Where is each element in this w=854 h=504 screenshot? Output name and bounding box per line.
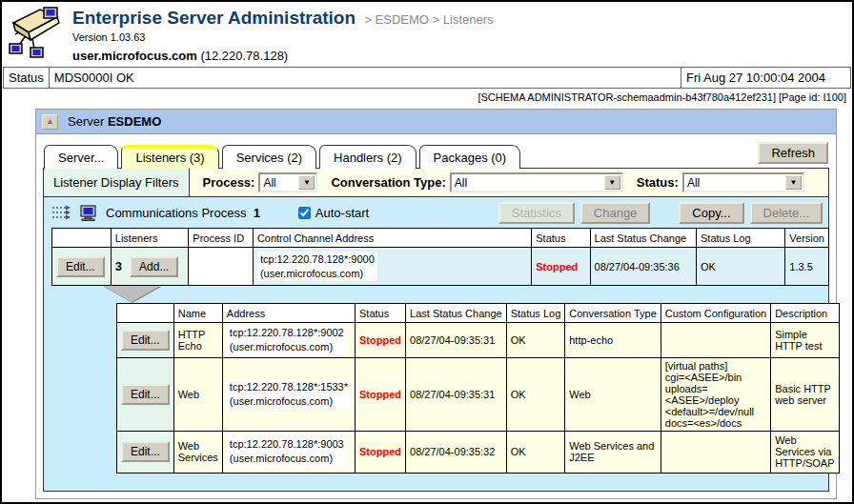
- auto-start-label: Auto-start: [315, 206, 369, 220]
- tab-packages[interactable]: Packages (0): [419, 145, 521, 169]
- communications-process-section: Communications Process 1 Auto-start Stat…: [44, 197, 828, 491]
- listener-row: Edit... Web tcp:12.220.78.128*:1533* (us…: [117, 357, 840, 431]
- add-listener-button[interactable]: Add...: [130, 256, 178, 277]
- schema-session-line: [SCHEMA ADMINISTRATOR-schemaadmin-b43f78…: [2, 89, 852, 103]
- enterprise-server-logo-icon: [8, 6, 65, 61]
- host-line: user.microfocus.com (12.220.78.128): [72, 49, 494, 63]
- listener-name: HTTP Echo: [173, 323, 222, 358]
- computer-icon: [79, 205, 98, 221]
- status-badge: Stopped: [359, 446, 401, 457]
- breadcrumb: > ESDEMO > Listeners: [364, 12, 493, 27]
- listener-name: Web Services: [173, 431, 222, 473]
- server-label: Server: [68, 114, 104, 129]
- listeners-table: Name Address Status Last Status Change S…: [116, 303, 840, 474]
- edit-listener-button[interactable]: Edit...: [121, 384, 170, 405]
- status-message: MDS0000I OK: [49, 68, 681, 89]
- tab-server[interactable]: Server...: [44, 145, 118, 169]
- edit-process-button[interactable]: Edit...: [56, 256, 105, 277]
- header-text: Enterprise Server Administration > ESDEM…: [65, 6, 494, 63]
- status-timestamp: Fri Aug 27 10:00:04 2004: [681, 68, 851, 89]
- status-filter-label: Status:: [637, 175, 679, 190]
- edit-listener-button[interactable]: Edit...: [121, 441, 170, 462]
- listener-display-filters: Listener Display Filters Process: All ▼ …: [44, 169, 828, 197]
- conversation-type-filter-label: Conversation Type:: [331, 175, 445, 190]
- listeners-count: 3: [115, 259, 122, 273]
- listeners-content: Listener Display Filters Process: All ▼ …: [43, 168, 829, 492]
- listener-row: Edit... Web Services tcp:12.220.78.128*:…: [117, 431, 840, 473]
- chevron-down-icon: ▼: [298, 175, 315, 190]
- page-title: Enterprise Server Administration: [72, 8, 356, 28]
- process-filter: Process: All ▼: [203, 172, 318, 192]
- copy-button[interactable]: Copy...: [679, 202, 743, 224]
- edit-listener-button[interactable]: Edit...: [121, 330, 170, 351]
- status-log-cell: OK: [697, 248, 785, 286]
- status-filter-select[interactable]: All ▼: [682, 172, 804, 192]
- statistics-button[interactable]: Statistics: [498, 202, 575, 224]
- process-filter-label: Process:: [203, 175, 255, 190]
- page-header: Enterprise Server Administration > ESDEM…: [2, 2, 852, 65]
- status-bar: Status MDS0000I OK Fri Aug 27 10:00:04 2…: [3, 67, 851, 89]
- auto-start-control: Auto-start: [298, 206, 369, 220]
- last-status-change-cell: 08/27/04-09:35:36: [590, 248, 696, 286]
- delete-button[interactable]: Delete...: [750, 202, 823, 224]
- collapse-button[interactable]: ▲: [42, 114, 58, 130]
- version-label: Version 1.03.63: [72, 31, 494, 43]
- listener-name: Web: [173, 357, 222, 431]
- table-header-row: Name Address Status Last Status Change S…: [117, 304, 840, 323]
- control-channel-address-cell: tcp:12.220.78.128*:9000 (user.microfocus…: [253, 248, 531, 286]
- tab-bar: Server... Listeners (3) Services (2) Han…: [36, 134, 836, 168]
- communications-process-number: 1: [254, 206, 260, 220]
- up-triangle-icon: ▲: [46, 116, 54, 126]
- status-badge: Stopped: [536, 261, 578, 272]
- chevron-down-icon: ▼: [785, 175, 802, 190]
- version-cell: 1.3.5: [785, 248, 829, 286]
- filters-title: Listener Display Filters: [44, 169, 190, 196]
- tab-listeners[interactable]: Listeners (3): [121, 145, 218, 169]
- tab-services[interactable]: Services (2): [222, 145, 316, 169]
- process-id-cell: [189, 248, 254, 286]
- chevron-down-icon: ▼: [604, 175, 620, 190]
- connector: [44, 286, 828, 303]
- conversation-type-filter: Conversation Type: All ▼: [331, 172, 622, 192]
- communications-process-label: Communications Process: [106, 206, 246, 220]
- status-label: Status: [4, 68, 50, 89]
- conversation-type-filter-select[interactable]: All ▼: [450, 172, 623, 192]
- host-ip: (12.220.78.128): [200, 49, 288, 63]
- server-panel: ▲ Server ESDEMO Server... Listeners (3) …: [35, 109, 837, 499]
- process-filter-select[interactable]: All ▼: [258, 172, 317, 192]
- refresh-button[interactable]: Refresh: [758, 142, 828, 164]
- change-button[interactable]: Change: [580, 202, 651, 224]
- server-title-bar: ▲ Server ESDEMO: [36, 110, 836, 134]
- dashed-arrows-icon: [51, 205, 74, 220]
- tab-handlers[interactable]: Handlers (2): [319, 145, 417, 169]
- table-header-row: Listeners Process ID Control Channel Add…: [52, 229, 829, 248]
- listener-row: Edit... HTTP Echo tcp:12.220.78.128*:900…: [117, 323, 840, 358]
- host-name: user.microfocus.com: [72, 49, 197, 63]
- down-arrow-icon: [103, 286, 160, 302]
- status-filter: Status: All ▼: [637, 172, 804, 192]
- auto-start-checkbox[interactable]: [298, 207, 311, 219]
- communications-process-header: Communications Process 1 Auto-start Stat…: [44, 197, 828, 228]
- communications-process-row: Edit... 3 Add... tcp:12.220.78.128*:9000…: [52, 248, 829, 286]
- server-name: ESDEMO: [108, 114, 161, 129]
- status-badge: Stopped: [359, 389, 401, 400]
- communications-process-table: Listeners Process ID Control Channel Add…: [51, 228, 829, 286]
- status-badge: Stopped: [359, 334, 401, 346]
